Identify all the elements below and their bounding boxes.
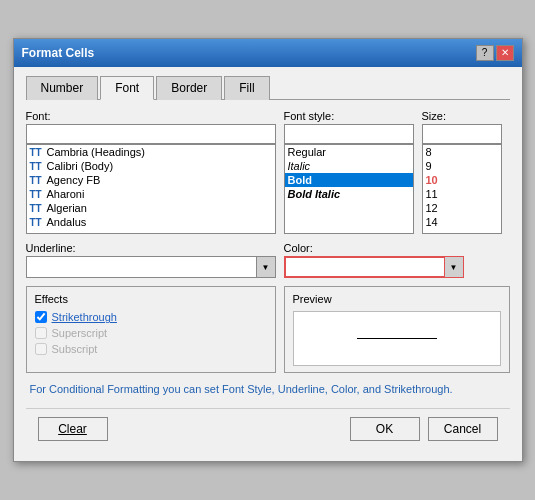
list-item[interactable]: 14 [423,215,501,229]
title-bar-buttons: ? ✕ [476,45,514,61]
tt-icon: TT [30,161,44,172]
list-item[interactable]: TTAgency FB [27,173,275,187]
size-column: Size: 8 9 10 11 12 14 [422,110,502,234]
preview-box: Preview [284,286,510,373]
info-text: For Conditional Formatting you can set F… [26,381,510,398]
strikethrough-checkbox[interactable] [35,311,47,323]
tabs: Number Font Border Fill [26,75,510,100]
help-button[interactable]: ? [476,45,494,61]
clear-button[interactable]: Clear [38,417,108,441]
tt-icon: TT [30,189,44,200]
list-item[interactable]: 10 [423,173,501,187]
list-item[interactable]: 11 [423,187,501,201]
tab-number[interactable]: Number [26,76,99,100]
preview-line [357,338,437,339]
subscript-label: Subscript [52,343,98,355]
strikethrough-label: Strikethrough [52,311,117,323]
style-input[interactable] [284,124,414,144]
dialog-body: Number Font Border Fill Font: TTCambria … [14,67,522,461]
style-list[interactable]: Regular Italic Bold Bold Italic [284,144,414,234]
underline-select[interactable]: Single Double [26,256,276,278]
list-item[interactable]: TTCalibri (Body) [27,159,275,173]
ok-button[interactable]: OK [350,417,420,441]
color-select-wrapper: Automatic Black White Red Blue ▼ [284,256,464,278]
tab-font[interactable]: Font [100,76,154,100]
dialog-title: Format Cells [22,46,95,60]
strikethrough-row: Strikethrough [35,311,267,323]
underline-select-wrapper: Single Double ▼ [26,256,276,278]
list-item[interactable]: Italic [285,159,413,173]
underline-column: Underline: Single Double ▼ [26,242,276,278]
cancel-button[interactable]: Cancel [428,417,498,441]
list-item[interactable]: 8 [423,145,501,159]
list-item[interactable]: Bold Italic [285,187,413,201]
font-style-size-row: Font: TTCambria (Headings) TTCalibri (Bo… [26,110,510,234]
title-bar: Format Cells ? ✕ [14,39,522,67]
list-item[interactable]: 12 [423,201,501,215]
format-cells-dialog: Format Cells ? ✕ Number Font Border Fill… [13,38,523,462]
list-item[interactable]: TTAlgerian [27,201,275,215]
subscript-row: Subscript [35,343,267,355]
tab-fill[interactable]: Fill [224,76,269,100]
underline-color-row: Underline: Single Double ▼ Color: Automa… [26,242,510,278]
font-list[interactable]: TTCambria (Headings) TTCalibri (Body) TT… [26,144,276,234]
font-input[interactable] [26,124,276,144]
list-item[interactable]: TTCambria (Headings) [27,145,275,159]
style-column: Font style: Regular Italic Bold Bold Ita… [284,110,414,234]
close-button[interactable]: ✕ [496,45,514,61]
list-item[interactable]: Bold [285,173,413,187]
color-column: Color: Automatic Black White Red Blue ▼ [284,242,510,278]
underline-label: Underline: [26,242,276,254]
style-label: Font style: [284,110,414,122]
tt-icon: TT [30,175,44,186]
effects-title: Effects [35,293,267,305]
preview-content [293,311,501,366]
tt-icon: TT [30,147,44,158]
effects-box: Effects Strikethrough Superscript Subscr… [26,286,276,373]
superscript-checkbox[interactable] [35,327,47,339]
list-item[interactable]: 9 [423,159,501,173]
color-label: Color: [284,242,510,254]
size-list[interactable]: 8 9 10 11 12 14 [422,144,502,234]
tt-icon: TT [30,203,44,214]
color-select[interactable]: Automatic Black White Red Blue [284,256,464,278]
effects-preview-row: Effects Strikethrough Superscript Subscr… [26,286,510,373]
size-input[interactable] [422,124,502,144]
list-item[interactable]: TTAndalus [27,215,275,229]
superscript-label: Superscript [52,327,108,339]
font-label: Font: [26,110,276,122]
list-item[interactable]: TTAharoni [27,187,275,201]
font-column: Font: TTCambria (Headings) TTCalibri (Bo… [26,110,276,234]
list-item[interactable]: Regular [285,145,413,159]
subscript-checkbox[interactable] [35,343,47,355]
tab-border[interactable]: Border [156,76,222,100]
size-label: Size: [422,110,502,122]
superscript-row: Superscript [35,327,267,339]
preview-title: Preview [293,293,501,305]
bottom-bar: Clear OK Cancel [26,408,510,449]
tt-icon: TT [30,217,44,228]
